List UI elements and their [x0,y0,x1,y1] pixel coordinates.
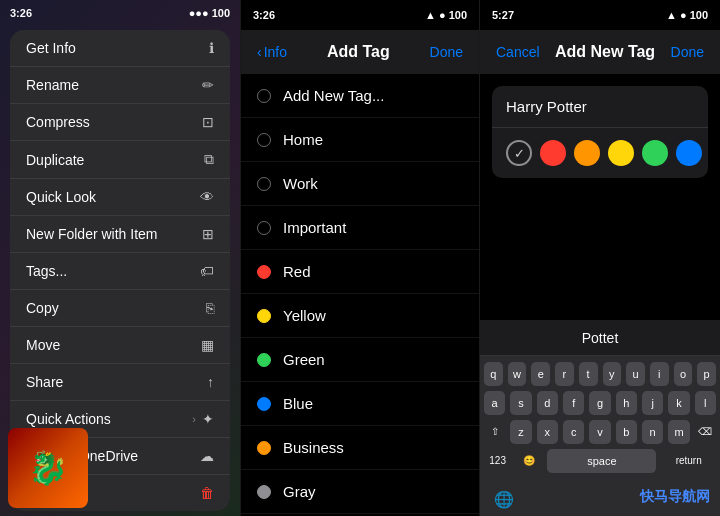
key-q[interactable]: q [484,362,503,386]
key-a[interactable]: a [484,391,505,415]
menu-item-compress[interactable]: Compress⊡ [10,104,230,141]
key-return[interactable]: return [661,449,716,473]
tag-name-input[interactable] [492,86,708,127]
color-check-icon[interactable]: ✓ [506,140,532,166]
menu-label-rename: Rename [26,77,79,93]
menu-label-compress: Compress [26,114,90,130]
tag-label-important: Important [283,219,346,236]
add-tag-panel: 3:26 ▲ ● 100 ‹ Info Add Tag Done Add New… [240,0,480,516]
color-circle-yellow[interactable] [608,140,634,166]
tag-dot-add-new-tag [257,89,271,103]
key-t[interactable]: t [579,362,598,386]
color-selector: ✓ [492,127,708,178]
key-e[interactable]: e [531,362,550,386]
key-z[interactable]: z [510,420,531,444]
icon-move: ▦ [201,337,214,353]
cancel-button[interactable]: Cancel [496,44,540,60]
key-m[interactable]: m [668,420,689,444]
key-x[interactable]: x [537,420,558,444]
tag-item-work[interactable]: Work [241,162,479,206]
key-p[interactable]: p [697,362,716,386]
globe-icon[interactable]: 🌐 [494,490,514,509]
tag-label-green: Green [283,351,325,368]
key-y[interactable]: y [603,362,622,386]
tag-item-gray[interactable]: Gray [241,470,479,514]
signals-panel3: ▲ ● 100 [666,9,708,21]
tag-label-yellow: Yellow [283,307,326,324]
tag-item-yellow[interactable]: Yellow [241,294,479,338]
key-g[interactable]: g [589,391,610,415]
menu-item-rename[interactable]: Rename✏ [10,67,230,104]
add-new-tag-title: Add New Tag [555,43,655,61]
color-circle-blue[interactable] [676,140,702,166]
back-button[interactable]: ‹ Info [257,44,287,60]
key-u[interactable]: u [626,362,645,386]
done-button-panel3[interactable]: Done [671,44,704,60]
menu-item-copy[interactable]: Copy⎘ [10,290,230,327]
menu-label-copy: Copy [26,300,59,316]
tag-item-blue[interactable]: Blue [241,382,479,426]
key-h[interactable]: h [616,391,637,415]
icon-new-folder-with-item: ⊞ [202,226,214,242]
color-circle-green[interactable] [642,140,668,166]
menu-label-new-folder-with-item: New Folder with Item [26,226,157,242]
key-s[interactable]: s [510,391,531,415]
tag-list: Add New Tag...HomeWorkImportantRedYellow… [241,74,479,516]
done-button-panel2[interactable]: Done [430,44,463,60]
context-menu-panel: 3:26 ●●● 100 Get InfoℹRename✏Compress⊡Du… [0,0,240,516]
key-i[interactable]: i [650,362,669,386]
key-o[interactable]: o [674,362,693,386]
key-_[interactable]: ⇧ [484,420,505,444]
tag-label-business: Business [283,439,344,456]
file-thumbnail [8,428,88,508]
menu-item-share[interactable]: Share↑ [10,364,230,401]
tag-item-add-new-tag[interactable]: Add New Tag... [241,74,479,118]
menu-label-quick-look: Quick Look [26,189,96,205]
tag-item-home[interactable]: Home [241,118,479,162]
menu-icon-duplicate: ⧉ [204,151,214,168]
tag-item-red[interactable]: Red [241,250,479,294]
menu-icon-compress: ⊡ [202,114,214,130]
menu-item-move[interactable]: Move▦ [10,327,230,364]
tag-label-red: Red [283,263,311,280]
add-tag-nav-bar: ‹ Info Add Tag Done [241,30,479,74]
key-b[interactable]: b [616,420,637,444]
key-c[interactable]: c [563,420,584,444]
menu-icon-tags: 🏷 [200,263,214,279]
key-j[interactable]: j [642,391,663,415]
key-space[interactable]: space [547,449,656,473]
menu-item-new-folder-with-item[interactable]: New Folder with Item⊞ [10,216,230,253]
menu-item-duplicate[interactable]: Duplicate⧉ [10,141,230,179]
tag-item-green[interactable]: Green [241,338,479,382]
time-panel1: 3:26 [10,7,32,19]
key-f[interactable]: f [563,391,584,415]
tag-dot-work [257,177,271,191]
menu-item-quick-look[interactable]: Quick Look👁 [10,179,230,216]
key-v[interactable]: v [589,420,610,444]
key-n[interactable]: n [642,420,663,444]
menu-icon-new-folder-with-item: ⊞ [202,226,214,242]
icon-compress: ⊡ [202,114,214,130]
tag-item-important[interactable]: Important [241,206,479,250]
key-l[interactable]: l [695,391,716,415]
key-d[interactable]: d [537,391,558,415]
key-k[interactable]: k [668,391,689,415]
menu-item-tags[interactable]: Tags...🏷 [10,253,230,290]
key-__[interactable]: 😊 [516,449,542,473]
color-circle-red[interactable] [540,140,566,166]
key-r[interactable]: r [555,362,574,386]
menu-icon-copy: ⎘ [206,300,214,316]
key-_[interactable]: ⌫ [695,420,716,444]
tag-item-business[interactable]: Business [241,426,479,470]
keyboard-rows: qwertyuiopasdfghjkl⇧zxcvbnm⌫123😊spaceret… [480,356,720,482]
key-w[interactable]: w [508,362,527,386]
color-circle-orange[interactable] [574,140,600,166]
menu-item-get-info[interactable]: Get Infoℹ [10,30,230,67]
tag-label-work: Work [283,175,318,192]
key-123[interactable]: 123 [484,449,511,473]
tag-label-home: Home [283,131,323,148]
tag-label-blue: Blue [283,395,313,412]
tag-dot-green [257,353,271,367]
keyboard-suggestion: Pottet [480,320,720,356]
menu-label-move: Move [26,337,60,353]
